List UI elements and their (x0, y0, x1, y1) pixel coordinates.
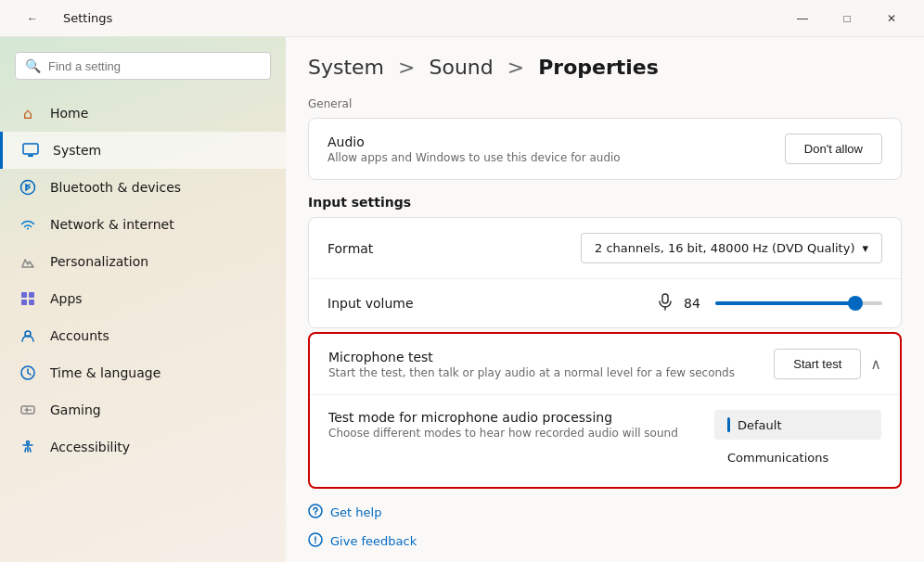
sidebar-item-label: Personalization (50, 254, 148, 269)
volume-slider[interactable] (715, 301, 882, 305)
sidebar-item-label: Apps (50, 291, 83, 306)
sidebar-item-system[interactable]: System (0, 132, 286, 169)
volume-control: 84 (656, 292, 882, 314)
mode-communications-label: Communications (727, 451, 828, 465)
svg-rect-1 (28, 155, 33, 157)
input-settings-label: Input settings (308, 195, 902, 210)
mode-option-communications[interactable]: Communications (714, 443, 881, 472)
footer-links: Get help Give feedback (308, 500, 902, 554)
svg-rect-3 (21, 292, 27, 298)
app-body: 🔍 ⌂ Home System Bluetooth & devices Netw… (0, 37, 924, 562)
bluetooth-icon (19, 178, 37, 197)
audio-row: Audio Allow apps and Windows to use this… (309, 119, 901, 179)
format-label: Format (327, 241, 373, 256)
svg-rect-6 (29, 300, 34, 305)
sidebar-item-label: Bluetooth & devices (50, 180, 181, 195)
volume-label: Input volume (327, 296, 414, 311)
svg-rect-5 (21, 300, 27, 305)
sidebar-item-gaming[interactable]: Gaming (0, 391, 286, 428)
volume-value: 84 (684, 296, 706, 311)
maximize-button[interactable]: □ (826, 4, 868, 33)
close-button[interactable]: ✕ (870, 4, 913, 33)
sidebar-item-label: Time & language (50, 365, 160, 380)
sidebar-item-home[interactable]: ⌂ Home (0, 95, 286, 132)
svg-rect-0 (23, 144, 38, 154)
sidebar-item-time[interactable]: Time & language (0, 354, 286, 391)
svg-point-10 (30, 409, 32, 411)
sidebar-item-accounts[interactable]: Accounts (0, 317, 286, 354)
system-icon (21, 141, 40, 160)
home-icon: ⌂ (19, 104, 37, 122)
get-help-link[interactable]: Get help (308, 500, 902, 525)
titlebar: ← Settings — □ ✕ (0, 0, 924, 37)
search-box[interactable]: 🔍 (15, 52, 271, 80)
sidebar-item-personalization[interactable]: Personalization (0, 243, 286, 280)
format-volume-card: Format 2 channels, 16 bit, 48000 Hz (DVD… (308, 217, 902, 328)
mode-default-label: Default (738, 418, 782, 432)
mic-test-subtitle: Start the test, then talk or play audio … (328, 366, 774, 379)
give-feedback-label: Give feedback (330, 534, 417, 548)
audio-info: Audio Allow apps and Windows to use this… (327, 134, 621, 164)
back-button[interactable]: ← (11, 4, 54, 33)
mode-options: Default Communications (714, 410, 881, 472)
mic-test-controls: Start test ∧ (774, 349, 881, 379)
titlebar-title: Settings (63, 11, 112, 25)
chevron-down-icon: ▾ (862, 241, 868, 255)
svg-point-14 (309, 505, 322, 517)
accent-bar-icon (727, 417, 730, 432)
breadcrumb-current: Properties (538, 56, 659, 79)
mode-option-default[interactable]: Default (714, 410, 881, 440)
sidebar-item-label: Home (50, 106, 88, 121)
svg-point-11 (27, 441, 30, 444)
audio-card: Audio Allow apps and Windows to use this… (308, 118, 902, 180)
give-feedback-link[interactable]: Give feedback (308, 529, 902, 554)
content-area: System > Sound > Properties General Audi… (286, 37, 924, 562)
svg-rect-4 (29, 292, 34, 298)
sidebar-item-label: Network & internet (50, 217, 174, 232)
sidebar-item-apps[interactable]: Apps (0, 280, 286, 317)
titlebar-left: ← Settings (11, 4, 112, 33)
minimize-button[interactable]: — (781, 4, 824, 33)
apps-icon (19, 289, 37, 308)
mode-info: Test mode for microphone audio processin… (328, 410, 714, 440)
audio-title: Audio (327, 134, 621, 149)
svg-point-2 (21, 181, 35, 195)
mode-label: Test mode for microphone audio processin… (328, 410, 714, 425)
network-icon (19, 215, 37, 234)
mic-test-title: Microphone test (328, 350, 774, 364)
search-input[interactable] (48, 59, 261, 73)
volume-row: Input volume 84 (309, 278, 901, 327)
chevron-up-icon[interactable]: ∧ (870, 355, 881, 373)
sidebar-item-label: Gaming (50, 402, 101, 417)
dont-allow-button[interactable]: Don't allow (785, 134, 882, 164)
sidebar: 🔍 ⌂ Home System Bluetooth & devices Netw… (0, 37, 286, 562)
audio-subtitle: Allow apps and Windows to use this devic… (327, 151, 621, 164)
sidebar-item-accessibility[interactable]: Accessibility (0, 428, 286, 466)
breadcrumb-sep1: > (398, 56, 415, 79)
mic-test-info: Microphone test Start the test, then tal… (328, 350, 774, 379)
personalization-icon (19, 252, 37, 271)
accessibility-icon (19, 438, 37, 456)
mic-test-header: Microphone test Start the test, then tal… (310, 334, 900, 394)
microphone-test-card: Microphone test Start the test, then tal… (308, 332, 902, 489)
svg-rect-12 (662, 294, 668, 303)
format-select[interactable]: 2 channels, 16 bit, 48000 Hz (DVD Qualit… (581, 233, 882, 263)
sidebar-item-label: Accessibility (50, 440, 130, 454)
format-value: 2 channels, 16 bit, 48000 Hz (DVD Qualit… (595, 241, 854, 255)
sidebar-item-network[interactable]: Network & internet (0, 206, 286, 243)
breadcrumb-part1: System (308, 56, 384, 79)
sidebar-item-bluetooth[interactable]: Bluetooth & devices (0, 169, 286, 206)
accounts-icon (19, 326, 37, 345)
breadcrumb-part2: Sound (429, 56, 493, 79)
breadcrumb-sep2: > (507, 56, 524, 79)
svg-point-15 (314, 514, 316, 516)
gaming-icon (19, 401, 37, 419)
start-test-button[interactable]: Start test (774, 349, 861, 379)
feedback-icon (308, 532, 323, 550)
mic-icon (656, 292, 674, 314)
get-help-label: Get help (330, 505, 381, 519)
mic-test-dropdown: Test mode for microphone audio processin… (310, 394, 900, 487)
format-row: Format 2 channels, 16 bit, 48000 Hz (DVD… (309, 218, 901, 278)
breadcrumb: System > Sound > Properties (308, 56, 902, 79)
mode-subtitle: Choose different modes to hear how recor… (328, 427, 714, 440)
